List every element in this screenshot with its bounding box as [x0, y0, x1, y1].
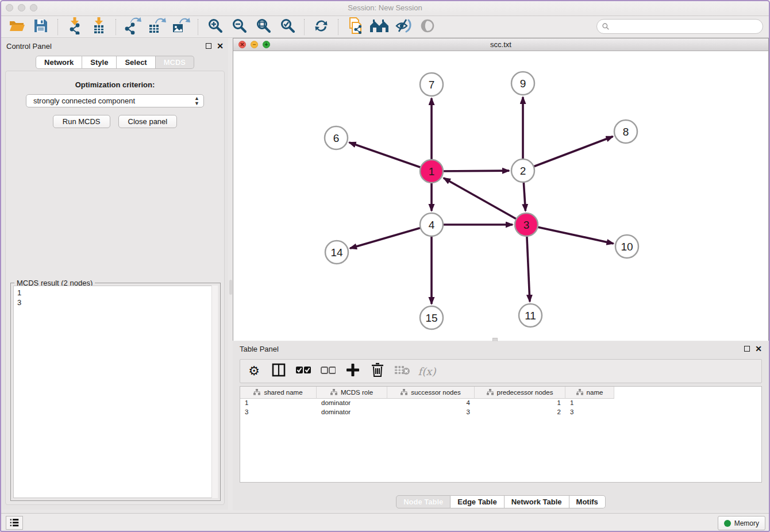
table-cell[interactable]: 4 — [387, 399, 475, 408]
delete-column-button[interactable] — [369, 363, 386, 379]
graph-node-15[interactable]: 15 — [420, 306, 443, 329]
network-canvas[interactable]: 7968124314101511 — [233, 51, 768, 341]
edge-2-8[interactable] — [523, 137, 613, 171]
svg-text:11: 11 — [525, 310, 536, 322]
tree-icon — [487, 389, 494, 396]
graph-node-2[interactable]: 2 — [511, 159, 534, 182]
tab-mcds[interactable]: MCDS — [156, 56, 194, 69]
table-cell[interactable]: 3 — [240, 408, 317, 417]
hide-selected-icon — [395, 18, 412, 36]
table-panel-title: Table Panel — [240, 345, 279, 353]
graph-node-4[interactable]: 4 — [420, 213, 443, 236]
deselect-all-button[interactable] — [320, 363, 336, 379]
export-image-button[interactable] — [172, 18, 190, 36]
table-row[interactable]: 3dominator323 — [240, 408, 761, 417]
graph-node-8[interactable]: 8 — [614, 120, 637, 143]
table-float-panel-icon[interactable] — [744, 346, 750, 352]
column-header-shared-name[interactable]: shared name — [240, 387, 317, 399]
select-all-button[interactable] — [295, 363, 311, 379]
table-cell[interactable]: 3 — [387, 408, 475, 417]
network-graph[interactable]: 7968124314101511 — [233, 51, 768, 341]
column-header-MCDS-role[interactable]: MCDS role — [317, 387, 387, 399]
tab-node-table[interactable]: Node Table — [396, 495, 451, 508]
tab-network-table[interactable]: Network Table — [505, 495, 569, 508]
graph-node-14[interactable]: 14 — [325, 241, 348, 264]
zoom-fit-button[interactable] — [255, 18, 272, 36]
export-table-button[interactable] — [148, 18, 165, 36]
graph-node-9[interactable]: 9 — [511, 72, 534, 95]
result-scrollbar[interactable] — [211, 286, 218, 498]
tab-motifs[interactable]: Motifs — [569, 495, 606, 508]
task-history-button[interactable] — [6, 516, 23, 530]
memory-button[interactable]: Memory — [718, 516, 765, 530]
import-table-button[interactable] — [90, 18, 107, 36]
zoom-in-button[interactable] — [206, 18, 224, 36]
table-cell[interactable]: 1 — [240, 399, 317, 408]
svg-text:10: 10 — [621, 241, 633, 253]
graph-node-11[interactable]: 11 — [519, 304, 542, 327]
table-cell[interactable]: 1 — [475, 399, 565, 408]
tab-style[interactable]: Style — [82, 56, 117, 69]
settings-button[interactable]: ⚙ — [246, 363, 262, 379]
column-header-successor-nodes[interactable]: successor nodes — [387, 387, 475, 399]
control-panel-tabs: NetworkStyleSelectMCDS — [2, 56, 228, 69]
tab-edge-table[interactable]: Edge Table — [451, 495, 504, 508]
select-all-icon — [296, 366, 311, 376]
optimization-criterion-label: Optimization criterion: — [6, 80, 224, 89]
first-neighbors-button[interactable] — [371, 18, 388, 36]
open-session-button[interactable] — [8, 18, 25, 36]
node-table[interactable]: shared nameMCDS rolesuccessor nodesprede… — [240, 386, 762, 483]
show-all-button[interactable] — [419, 18, 436, 36]
tree-icon — [401, 389, 407, 396]
refresh-button[interactable] — [313, 18, 330, 36]
graph-node-1[interactable]: 1 — [420, 160, 443, 183]
split-panel-button[interactable] — [271, 363, 287, 379]
edge-3-10[interactable] — [526, 225, 614, 244]
graph-node-10[interactable]: 10 — [615, 235, 638, 258]
float-panel-icon[interactable] — [206, 43, 211, 49]
zoom-selected-button[interactable] — [279, 18, 296, 36]
zoom-out-icon — [232, 18, 247, 36]
graph-node-6[interactable]: 6 — [325, 126, 348, 149]
clone-network-button[interactable] — [346, 18, 364, 36]
import-network-icon — [66, 17, 83, 37]
tab-network[interactable]: Network — [36, 56, 82, 69]
edge-4-14[interactable] — [350, 225, 432, 248]
search-input[interactable] — [596, 19, 763, 34]
graph-node-3[interactable]: 3 — [515, 213, 538, 236]
network-window-titlebar: ✕ – + scc.txt — [233, 38, 768, 51]
list-icon — [9, 518, 20, 527]
run-mcds-button[interactable]: Run MCDS — [53, 115, 110, 128]
table-close-panel-icon[interactable]: ✕ — [755, 346, 762, 352]
add-column-button[interactable] — [345, 363, 361, 379]
optimization-criterion-select[interactable]: strongly connected component ▲▼ — [26, 94, 204, 107]
app-title: Session: New Session — [0, 3, 770, 12]
import-network-button[interactable] — [66, 18, 83, 36]
control-panel-title: Control Panel — [6, 42, 52, 51]
column-header-name[interactable]: name — [565, 387, 614, 399]
app-titlebar: Session: New Session — [0, 0, 770, 16]
export-network-button[interactable] — [124, 18, 141, 36]
save-session-button[interactable] — [32, 18, 49, 36]
zoom-out-button[interactable] — [230, 18, 248, 36]
tab-select[interactable]: Select — [117, 56, 155, 69]
tree-icon — [330, 389, 337, 396]
edge-1-6[interactable] — [349, 142, 432, 171]
column-header-predecessor-nodes[interactable]: predecessor nodes — [475, 387, 565, 399]
table-cell[interactable]: dominator — [317, 399, 387, 408]
close-panel-icon[interactable]: ✕ — [217, 43, 224, 49]
delete-table-button — [394, 363, 410, 379]
graph-node-7[interactable]: 7 — [420, 73, 443, 96]
import-table-icon — [90, 17, 107, 37]
close-panel-button[interactable]: Close panel — [118, 115, 178, 128]
canvas-scrollbar-handle[interactable] — [229, 280, 232, 295]
table-cell[interactable]: 2 — [475, 408, 565, 417]
edge-3-1[interactable] — [444, 178, 526, 225]
hide-selected-button[interactable] — [395, 18, 412, 36]
table-cell[interactable]: dominator — [317, 408, 387, 417]
table-row[interactable]: 1dominator411 — [240, 399, 761, 408]
mcds-result-text[interactable]: 1 3 — [13, 286, 218, 498]
table-cell[interactable]: 1 — [565, 399, 614, 408]
svg-text:4: 4 — [429, 219, 435, 231]
table-cell[interactable]: 3 — [565, 408, 614, 417]
